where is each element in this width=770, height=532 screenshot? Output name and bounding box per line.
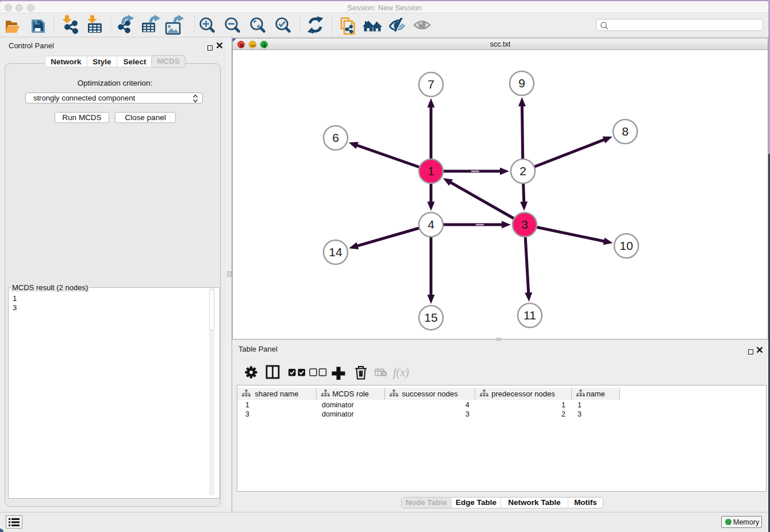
svg-text:9: 9 [518,76,525,90]
svg-text:8: 8 [622,125,629,138]
svg-text:2: 2 [519,164,526,178]
svg-text:4: 4 [428,218,434,231]
svg-text:10: 10 [619,239,633,252]
svg-text:1: 1 [428,164,434,178]
svg-text:15: 15 [424,311,437,324]
svg-text:6: 6 [332,131,339,144]
svg-text:3: 3 [521,218,528,231]
svg-text:7: 7 [428,78,434,91]
svg-text:f(x): f(x) [393,366,409,379]
svg-text:14: 14 [329,245,342,259]
svg-text:11: 11 [523,309,536,322]
